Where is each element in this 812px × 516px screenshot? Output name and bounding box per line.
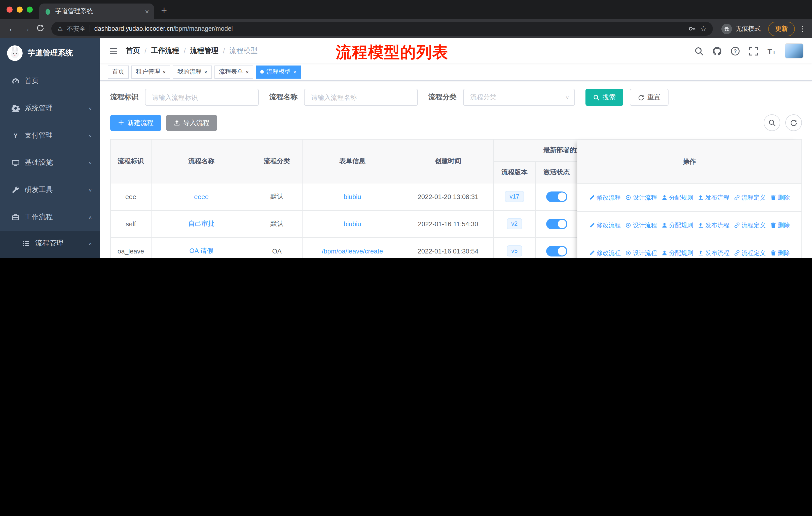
process-key-input[interactable] [145,89,259,106]
design-action-link[interactable]: 设计流程 [625,249,657,257]
delete-icon [770,250,776,256]
delete-action-link[interactable]: 删除 [770,249,790,257]
refresh-icon [790,119,798,127]
sidebar-item-dev-tools[interactable]: 研发工具∨ [0,176,100,203]
definition-action-link[interactable]: 流程定义 [734,193,766,202]
macos-zoom-button[interactable] [27,6,33,12]
assign-rule-action-link[interactable]: 分配规则 [662,249,693,257]
create-process-button[interactable]: 新建流程 [110,115,161,131]
github-icon[interactable] [712,46,722,56]
version-badge[interactable]: v2 [507,218,522,229]
toggle-search-button[interactable] [764,114,780,131]
modify-action-link[interactable]: 修改流程 [589,249,621,257]
sidebar-item-payment[interactable]: ¥支付管理∨ [0,122,100,149]
sidebar-fold-icon[interactable] [109,46,118,56]
new-tab-button[interactable]: + [161,4,167,16]
definition-action-link[interactable]: 流程定义 [734,249,766,257]
sidebar-item-system[interactable]: 系统管理∨ [0,95,100,122]
active-toggle[interactable] [546,191,567,202]
search-button[interactable]: 搜索 [585,89,623,106]
category-select[interactable]: 流程分类 ∨ [463,89,575,106]
modify-action-link[interactable]: 修改流程 [589,221,621,229]
tag-close-icon[interactable]: × [246,69,249,75]
tag-close-icon[interactable]: × [293,69,296,75]
reset-button[interactable]: 重置 [630,89,669,106]
tag-process-form[interactable]: 流程表单× [214,65,254,78]
column-header-process-key: 流程标识 [111,140,151,183]
version-badge[interactable]: v5 [507,245,522,256]
publish-icon [698,250,704,256]
version-badge[interactable]: v17 [505,191,524,202]
not-secure-warning-icon: ⚠ [57,25,63,32]
tag-my-process[interactable]: 我的流程× [173,65,212,78]
font-size-icon[interactable]: TT [767,46,776,56]
macos-close-button[interactable] [6,6,12,12]
browser-tab[interactable]: 芋道管理系统 × [39,3,154,19]
design-action-link[interactable]: 设计流程 [625,193,657,202]
main-panel: 首页/工作流程/流程管理/流程模型 流程模型的列表 ? TT 首页租户管理×我的… [100,38,812,258]
password-key-icon[interactable] [688,25,696,33]
active-toggle[interactable] [546,218,567,229]
form-info-link[interactable]: biubiu [344,193,361,200]
macos-window-controls [6,6,33,12]
screen: 芋道管理系统 × + ← → ⚠ 不安全 dashboard.yudao.ioc… [0,0,812,258]
tab-close-icon[interactable]: × [145,7,149,16]
process-name-input[interactable] [304,89,418,106]
created-time-cell: 2022-01-20 13:08:31 [403,183,493,210]
column-group-header-latest-deployment: 最新部署的流程定义 [493,140,578,161]
breadcrumb-item[interactable]: 首页 [126,46,140,55]
column-header-created-time: 创建时间 [403,140,493,183]
sidebar-item-process-management[interactable]: 流程管理∧ [0,231,100,256]
sidebar-item-label: 工作流程 [25,213,83,222]
process-name-link[interactable]: OA 请假 [189,247,213,254]
tag-tenant[interactable]: 租户管理× [132,65,170,78]
publish-action-link[interactable]: 发布流程 [698,249,729,257]
created-time-cell: 2022-01-16 11:54:30 [403,210,493,237]
toggle-knob [557,219,566,228]
url-bar[interactable]: ⚠ 不安全 dashboard.yudao.iocoder.cn/bpm/man… [51,22,713,36]
publish-action-link[interactable]: 发布流程 [698,221,729,229]
import-process-button[interactable]: 导入流程 [166,115,217,131]
process-key-label: 流程标识 [110,93,139,102]
tag-close-icon[interactable]: × [204,69,207,75]
update-button[interactable]: 更新 [768,21,795,36]
delete-action-link[interactable]: 删除 [770,193,790,202]
back-button[interactable]: ← [5,24,19,33]
definition-action-link[interactable]: 流程定义 [734,221,766,229]
tag-home[interactable]: 首页 [108,65,129,78]
macos-minimize-button[interactable] [17,6,23,12]
browser-menu-icon[interactable]: ⋮ [798,24,807,33]
refresh-icon [638,94,644,101]
search-icon[interactable] [694,46,704,56]
publish-action-link[interactable]: 发布流程 [698,193,729,202]
refresh-table-button[interactable] [785,114,802,131]
reload-button[interactable] [33,24,47,34]
tag-process-model[interactable]: 流程模型× [256,65,301,78]
form-info-link[interactable]: /bpm/oa/leave/create [322,247,383,255]
process-name-link[interactable]: eeee [194,193,209,200]
assign-rule-action-link[interactable]: 分配规则 [662,193,693,202]
bookmark-star-icon[interactable]: ☆ [700,24,707,33]
design-action-link[interactable]: 设计流程 [625,221,657,229]
monitor-icon [11,159,20,167]
tag-close-icon[interactable]: × [163,69,166,75]
forward-button[interactable]: → [19,24,33,33]
breadcrumb-item[interactable]: 工作流程 [151,46,179,55]
assign-rule-action-link[interactable]: 分配规则 [662,221,693,229]
modify-action-link[interactable]: 修改流程 [589,193,621,202]
sidebar-item-home[interactable]: 首页 [0,67,100,95]
delete-action-link[interactable]: 删除 [770,221,790,229]
breadcrumb-item[interactable]: 流程管理 [190,46,219,55]
tag-label: 租户管理 [136,67,160,76]
process-name-link[interactable]: 自己审批 [188,220,214,227]
svg-text:T: T [767,47,772,55]
sidebar-item-infrastructure[interactable]: 基础设施∨ [0,149,100,176]
user-avatar[interactable] [785,43,804,58]
sidebar-item-workflow[interactable]: 工作流程∧ [0,203,100,231]
fullscreen-icon[interactable] [749,46,758,56]
help-icon[interactable]: ? [730,46,740,56]
active-toggle[interactable] [546,246,567,256]
form-info-link[interactable]: biubiu [344,220,361,227]
breadcrumb-separator: / [144,47,146,55]
sidebar-item-process-form[interactable]: 流程表单 [0,256,100,258]
